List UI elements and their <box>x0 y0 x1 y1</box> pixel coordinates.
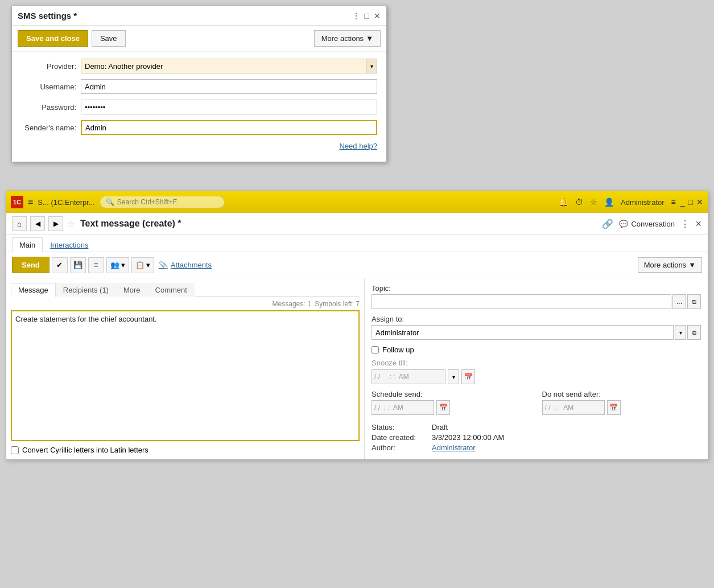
do-not-send-cal-btn[interactable]: 📅 <box>607 400 621 415</box>
snooze-calendar-btn[interactable]: 📅 <box>461 369 475 384</box>
doc-titlebar-right: 🔗 💬 Conversation ⋮ ✕ <box>602 219 702 229</box>
app-titlebar-right: 🔔 ⏱ ☆ 👤 Administrator ≡ <box>559 198 676 207</box>
maximize-icon[interactable]: □ <box>365 11 369 20</box>
forward-button[interactable]: ▶ <box>48 216 63 231</box>
dots-icon[interactable]: ⋮ <box>352 11 360 20</box>
titlebar-controls: _ □ ✕ <box>680 198 703 207</box>
senders-name-input[interactable] <box>81 120 377 135</box>
password-input[interactable] <box>81 100 377 114</box>
link-icon[interactable]: 🔗 <box>602 219 613 229</box>
chevron-down-icon2: ▼ <box>688 261 696 269</box>
history-icon[interactable]: ⏱ <box>575 198 583 207</box>
minimize-button[interactable]: _ <box>680 198 685 207</box>
schedule-datetime-row: 📅 <box>372 400 531 415</box>
password-row: Password: <box>21 100 377 114</box>
schedule-label: Schedule send: <box>372 390 531 398</box>
assign-copy-btn[interactable]: ⧉ <box>687 325 701 340</box>
doc-close-button[interactable]: ✕ <box>695 219 702 228</box>
more-actions-button[interactable]: More actions ▼ <box>314 30 381 47</box>
content-area: Message Recipients (1) More Comment Mess… <box>6 278 708 459</box>
close-button[interactable]: ✕ <box>696 198 703 207</box>
person-icon[interactable]: 👤 <box>604 198 614 207</box>
follow-up-checkbox[interactable] <box>372 346 379 353</box>
sms-dialog-title: SMS settings * <box>18 11 77 20</box>
tab-interactions[interactable]: Interactions <box>43 237 96 252</box>
username-label: Username: <box>21 83 81 91</box>
inner-tab-message[interactable]: Message <box>11 283 56 297</box>
sms-form: Provider: ▾ Username: Password: Sender's… <box>12 52 386 162</box>
maximize-button[interactable]: □ <box>688 198 693 207</box>
back-button[interactable]: ◀ <box>30 216 45 231</box>
conversation-icon: 💬 <box>619 220 628 228</box>
snooze-dropdown-btn[interactable]: ▾ <box>448 369 459 384</box>
follow-up-row: Follow up <box>372 346 701 354</box>
tabs-bar: Main Interactions <box>6 235 708 252</box>
topic-copy-button[interactable]: ⧉ <box>687 294 701 309</box>
paperclip-icon: 📎 <box>159 261 168 269</box>
snooze-label: Snooze till: <box>372 359 701 367</box>
topic-dots-button[interactable]: ... <box>672 294 686 309</box>
message-text-area[interactable]: Create statements for the chief accounta… <box>11 310 360 441</box>
topic-input[interactable] <box>372 294 671 309</box>
topic-row: Topic: ... ⧉ <box>372 284 701 309</box>
schedule-cal-btn[interactable]: 📅 <box>436 400 450 415</box>
send-button[interactable]: Send <box>12 257 49 273</box>
export-icon: 📋 <box>135 261 145 269</box>
home-button[interactable]: ⌂ <box>12 216 27 231</box>
assign-row: Assign to: ▾ ⧉ <box>372 315 701 340</box>
author-label: Author: <box>372 443 428 452</box>
convert-checkbox[interactable] <box>11 446 19 454</box>
save-button[interactable]: Save <box>92 30 126 47</box>
author-link[interactable]: Administrator <box>432 443 476 452</box>
schedule-input[interactable] <box>372 400 434 415</box>
inner-tab-comment[interactable]: Comment <box>148 283 195 297</box>
bookmark-button[interactable]: ☆ <box>67 219 75 229</box>
inner-tab-recipients[interactable]: Recipients (1) <box>56 283 116 297</box>
right-panel: Topic: ... ⧉ Assign to: ▾ ⧉ Follo <box>365 278 708 459</box>
do-not-send-col: Do not send after: 📅 <box>542 390 701 420</box>
doc-more-icon[interactable]: ⋮ <box>680 219 690 229</box>
sms-dialog-titlebar: SMS settings * ⋮ □ ✕ <box>12 6 386 26</box>
snooze-date-input[interactable] <box>372 369 445 384</box>
hamburger-icon[interactable]: ≡ <box>28 197 33 207</box>
assign-input[interactable] <box>372 325 674 340</box>
tab-main[interactable]: Main <box>12 237 43 252</box>
close-icon[interactable]: ✕ <box>374 11 381 20</box>
do-not-send-input[interactable] <box>542 400 605 415</box>
snooze-row: Snooze till: ▾ 📅 <box>372 359 701 384</box>
senders-name-row: Sender's name: <box>21 120 377 135</box>
chevron-down-icon: ▼ <box>366 34 373 43</box>
checkmark-button[interactable]: ✔ <box>52 257 68 273</box>
provider-dropdown-btn[interactable]: ▾ <box>366 59 377 73</box>
status-row: Status: Draft <box>372 423 701 431</box>
inner-tab-more[interactable]: More <box>116 283 148 297</box>
save-and-close-button[interactable]: Save and close <box>18 30 88 47</box>
app-logo: 1С <box>11 196 23 208</box>
star-icon[interactable]: ☆ <box>590 198 597 207</box>
export-button[interactable]: 📋 ▾ <box>131 257 154 273</box>
convert-label: Convert Cyrillic letters into Latin lett… <box>22 446 148 454</box>
more-actions-right-button[interactable]: More actions ▼ <box>638 257 702 273</box>
left-panel: Message Recipients (1) More Comment Mess… <box>6 278 365 459</box>
schedule-row: Schedule send: 📅 Do not send after: 📅 <box>372 390 701 420</box>
list-button[interactable]: ≡ <box>88 257 104 273</box>
conversation-button[interactable]: 💬 Conversation <box>619 220 675 228</box>
search-icon: 🔍 <box>106 198 114 206</box>
app-search-box[interactable]: 🔍 Search Ctrl+Shift+F <box>100 196 225 208</box>
assign-dropdown-btn[interactable]: ▾ <box>675 325 686 340</box>
convert-row: Convert Cyrillic letters into Latin lett… <box>11 446 360 454</box>
need-help-link[interactable]: Need help? <box>340 142 378 150</box>
save-disk-button[interactable]: 💾 <box>70 257 86 273</box>
provider-input[interactable] <box>81 59 366 73</box>
assign-label: Assign to: <box>372 315 701 323</box>
username-row: Username: <box>21 79 377 94</box>
status-label: Status: <box>372 423 428 431</box>
username-input[interactable] <box>81 79 377 94</box>
bell-icon[interactable]: 🔔 <box>559 198 568 207</box>
settings-icon[interactable]: ≡ <box>671 198 676 207</box>
dropdown-arrow: ▾ <box>121 261 125 269</box>
topic-input-row: ... ⧉ <box>372 294 701 309</box>
contacts-button[interactable]: 👥 ▾ <box>106 257 129 273</box>
inner-tabs: Message Recipients (1) More Comment <box>11 283 360 297</box>
attachments-button[interactable]: 📎 Attachments <box>159 261 212 269</box>
